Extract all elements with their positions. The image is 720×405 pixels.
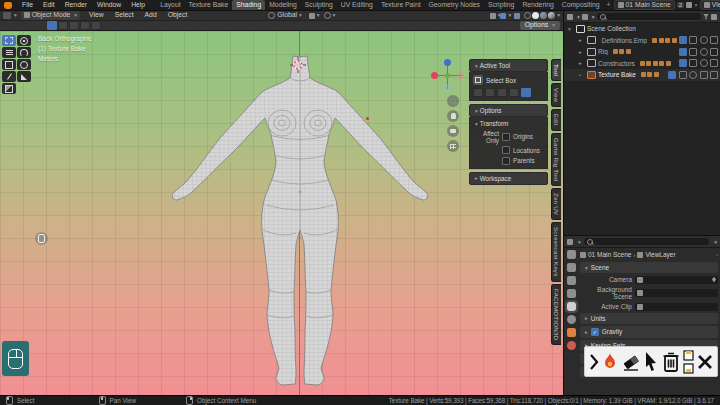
- unlink-scene-icon[interactable]: ×: [694, 2, 698, 8]
- menu-file[interactable]: File: [17, 2, 38, 9]
- menu-help[interactable]: Help: [126, 2, 150, 9]
- breadcrumb-scene[interactable]: 01 Main Scene: [588, 251, 631, 258]
- snap-dropdown-icon[interactable]: ▾: [317, 13, 320, 19]
- properties-search-input[interactable]: [584, 238, 709, 245]
- properties-options-icon[interactable]: ▾: [714, 239, 717, 245]
- menu-add[interactable]: Add: [140, 12, 162, 19]
- mode-c-icon[interactable]: [497, 88, 507, 97]
- sidebar-tab-game-rig-tool[interactable]: Game Rig Tool: [551, 133, 561, 186]
- tab-tool-icon[interactable]: [567, 250, 576, 259]
- tab-sculpting[interactable]: Sculpting: [301, 0, 337, 10]
- viewport-3d[interactable]: Back Orthographic (1) Texture Bake Meter…: [0, 31, 563, 395]
- menu-render[interactable]: Render: [60, 2, 92, 9]
- tool-rotate[interactable]: [17, 47, 31, 58]
- new-scene-icon[interactable]: [686, 2, 692, 8]
- editor-type-icon[interactable]: [3, 12, 11, 19]
- properties-editor-icon[interactable]: [567, 239, 573, 245]
- pen-flame-icon[interactable]: [602, 351, 618, 373]
- units-panel-header[interactable]: ▸ Units: [580, 313, 718, 324]
- character-mesh[interactable]: [165, 40, 435, 392]
- pan-view-button[interactable]: [447, 110, 459, 122]
- snap-magnet-icon[interactable]: [309, 13, 315, 19]
- outliner-row-constructors[interactable]: ▸ Constructors: [564, 58, 720, 70]
- tab-uv-editing[interactable]: UV Editing: [337, 0, 377, 10]
- active-clip-field[interactable]: [635, 303, 718, 311]
- sidebar-tab-screencast-keys[interactable]: Screencast Keys: [551, 222, 561, 281]
- tool-select-box[interactable]: [2, 35, 16, 46]
- gizmos-toggle-icon[interactable]: [490, 13, 496, 19]
- active-tool-panel-header[interactable]: ▾ Active Tool: [469, 59, 548, 72]
- outliner-display-mode-icon[interactable]: [582, 14, 588, 20]
- expand-icon[interactable]: ▸: [579, 37, 585, 43]
- gravity-checkbox[interactable]: ✓: [591, 328, 599, 336]
- checkbox-icon[interactable]: [679, 59, 687, 67]
- tab-scene-icon[interactable]: [567, 302, 576, 311]
- gravity-panel-header[interactable]: ▸ ✓ Gravity: [580, 326, 718, 338]
- tab-scripting[interactable]: Scripting: [484, 0, 518, 10]
- display-mode-dropdown-icon[interactable]: ▾: [592, 14, 595, 20]
- origins-checkbox[interactable]: [502, 133, 510, 141]
- new-collection-icon[interactable]: [711, 14, 717, 20]
- selectable-icon[interactable]: [689, 48, 697, 56]
- orientation-label[interactable]: Global: [277, 12, 297, 19]
- tab-output-icon[interactable]: [567, 276, 576, 285]
- tab-modeling[interactable]: Modeling: [265, 0, 301, 10]
- shading-rendered-icon[interactable]: [548, 12, 555, 19]
- gizmo-z-neg[interactable]: [444, 85, 451, 92]
- expand-icon[interactable]: ▾: [568, 26, 574, 32]
- gizmo-y-axis[interactable]: [445, 73, 450, 78]
- gizmo-x-pos[interactable]: [457, 72, 464, 79]
- gizmo-z-pos[interactable]: [444, 59, 451, 66]
- hide-viewport-icon[interactable]: [700, 59, 708, 67]
- selectable-icon[interactable]: [679, 71, 687, 79]
- camera-view-button[interactable]: [447, 125, 459, 137]
- scene-selector[interactable]: 01 Main Scene: [614, 0, 675, 10]
- eye-icon[interactable]: [689, 71, 697, 79]
- copy-page-icon[interactable]: [683, 363, 694, 374]
- close-icon[interactable]: [697, 354, 713, 370]
- menu-view[interactable]: View: [84, 12, 109, 19]
- sidebar-tab-edit[interactable]: Edit: [551, 109, 561, 130]
- tool-cursor[interactable]: [17, 35, 31, 46]
- tab-texture-bake[interactable]: Texture Bake: [185, 0, 233, 10]
- render-visibility-icon[interactable]: [710, 59, 718, 67]
- tab-object-icon[interactable]: [567, 328, 576, 337]
- mode-d-icon[interactable]: [509, 88, 519, 97]
- gizmo-x-neg[interactable]: [431, 72, 438, 79]
- zoom-view-button[interactable]: [447, 95, 459, 107]
- sidebar-tab-zen-uv[interactable]: Zen UV: [551, 188, 561, 220]
- tab-layout[interactable]: Layout: [156, 0, 184, 10]
- tab-world-icon[interactable]: [567, 315, 576, 324]
- menu-edit[interactable]: Edit: [38, 2, 60, 9]
- render-visibility-icon[interactable]: [700, 71, 708, 79]
- tool-transform[interactable]: [17, 59, 31, 70]
- select-box-tool-icon[interactable]: [473, 75, 483, 85]
- outliner-row-definitions[interactable]: ▸ _Definitions.EmptyObjects: [564, 35, 720, 47]
- checkbox-icon[interactable]: [679, 48, 687, 56]
- tab-compositing[interactable]: Compositing: [558, 0, 604, 10]
- xray-toggle-icon[interactable]: [514, 13, 520, 19]
- pin-icon[interactable]: ◦: [716, 251, 718, 258]
- options-panel-header[interactable]: ▾ Options: [469, 104, 548, 117]
- sidebar-tab-view[interactable]: View: [551, 83, 561, 107]
- tab-viewlayer-icon[interactable]: [567, 289, 576, 298]
- camera-field[interactable]: [635, 276, 718, 284]
- selectable-icon[interactable]: [689, 59, 697, 67]
- menu-object[interactable]: Object: [163, 12, 193, 19]
- eyedropper-icon[interactable]: [712, 277, 716, 283]
- expand-icon[interactable]: ▸: [579, 60, 585, 66]
- viewlayer-selector[interactable]: ViewLayer: [700, 0, 720, 10]
- outliner-editor-dropdown-icon[interactable]: ▾: [577, 14, 580, 20]
- expand-icon[interactable]: ▸: [579, 49, 585, 55]
- locations-checkbox[interactable]: [502, 146, 510, 154]
- add-workspace-button[interactable]: +: [604, 0, 614, 10]
- select-mode-set-icon[interactable]: [47, 21, 57, 30]
- save-page-icon[interactable]: [683, 350, 694, 361]
- expand-icon[interactable]: •: [579, 72, 585, 78]
- outliner-editor-icon[interactable]: [567, 14, 573, 20]
- tab-geometry-nodes[interactable]: Geometry Nodes: [425, 0, 484, 10]
- shading-dropdown-icon[interactable]: ▾: [557, 13, 560, 19]
- orientation-dropdown-icon[interactable]: ▾: [299, 13, 302, 19]
- filter-funnel-icon[interactable]: [703, 14, 709, 20]
- mode-b-icon[interactable]: [485, 88, 495, 97]
